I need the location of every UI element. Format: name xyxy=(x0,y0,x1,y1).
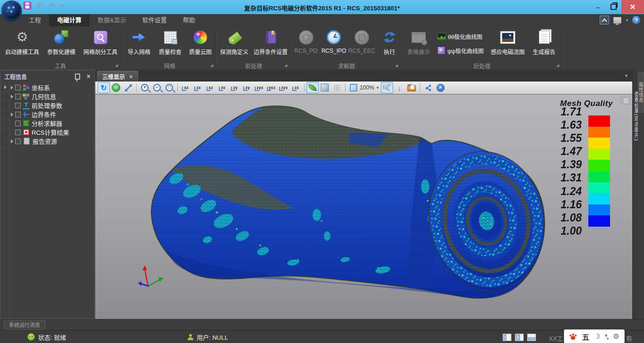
layout-left-panel-icon[interactable] xyxy=(503,334,512,341)
zoom-in-icon: + xyxy=(141,84,149,91)
results-collapsed-bar[interactable]: 查看结果(双击展开) xyxy=(632,71,638,319)
tree-item-coordinate-system[interactable]: 坐标系 xyxy=(10,83,93,92)
execute-button[interactable]: 执行 xyxy=(379,28,400,61)
induced-current-map-button[interactable]: 感应电磁流图 xyxy=(487,28,528,61)
drop-view-button[interactable]: ↓ xyxy=(393,82,405,93)
psi-polarization-curve-button[interactable]: ψψ极化曲线图 xyxy=(436,44,486,57)
zoom-out-button[interactable]: − xyxy=(151,82,163,93)
zoom-level-dropdown[interactable]: 100% ▾ xyxy=(347,84,381,91)
view-preset-button[interactable]: xz xyxy=(204,82,216,93)
display-style-dropdown-icon[interactable]: ▾ xyxy=(626,18,628,23)
mesh-partition-tool-button[interactable]: 网格剖分工具 xyxy=(81,28,120,61)
moon-icon[interactable]: ☽ xyxy=(594,333,600,340)
checkbox[interactable] xyxy=(15,85,21,90)
shaded-mode-button[interactable] xyxy=(306,82,319,93)
group-expander-icon[interactable]: ◢ xyxy=(395,63,398,67)
checkbox[interactable] xyxy=(15,103,21,108)
chevron-right-icon[interactable] xyxy=(11,86,13,90)
help-icon[interactable]: ? xyxy=(632,16,640,24)
minimize-button[interactable]: – xyxy=(590,0,606,14)
ime-mode-label[interactable]: 五 xyxy=(582,332,589,342)
zoom-in-button[interactable]: + xyxy=(139,82,151,93)
group-expander-icon[interactable]: ◢ xyxy=(210,63,213,67)
quick-access-dropdown-icon[interactable]: ▾ xyxy=(61,3,64,8)
checkbox[interactable] xyxy=(15,130,21,135)
tree-item-geometry-info[interactable]: 几何信息 xyxy=(10,92,93,101)
tree-item-boundary-conditions[interactable]: 边界条件 xyxy=(10,110,93,119)
tab-list-dropdown-icon[interactable]: ▼ xyxy=(624,74,628,78)
theta-polarization-curve-button[interactable]: θθ极化曲线图 xyxy=(436,30,484,42)
ime-toolbar[interactable]: 五 ☽ °, ⚙ xyxy=(564,329,625,343)
viewport-3d[interactable]: Mesh Quality 1.71 1.63 1.55 1.47 1.39 1.… xyxy=(95,94,632,319)
display-style-icon[interactable] xyxy=(613,17,621,24)
undo-icon[interactable]: ↶ xyxy=(37,2,43,9)
view-preset-button[interactable]: zx xyxy=(192,82,204,93)
system-messages-tab[interactable]: 系统运行消息 xyxy=(4,320,45,330)
launch-modeling-tool-button[interactable]: ⚙ 启动建模工具 xyxy=(3,28,41,61)
checkbox[interactable] xyxy=(15,139,21,144)
view-preset-button[interactable]: zyx xyxy=(278,82,290,93)
chevron-right-icon[interactable] xyxy=(11,113,13,116)
tree-item-report-resources[interactable]: 报告资源 xyxy=(10,137,93,146)
view-preset-button[interactable]: yxz xyxy=(265,82,278,93)
close-button[interactable]: ✕ xyxy=(621,0,644,14)
quality-cloudmap-button[interactable]: 质量云图 xyxy=(187,28,214,61)
rcs-ipo-button[interactable]: RCS_IPO xyxy=(321,28,347,61)
view-preset-button[interactable]: zx xyxy=(216,82,229,93)
parametric-modeling-button[interactable]: 参数化建模 xyxy=(43,28,79,61)
group-expander-icon[interactable]: ◢ xyxy=(115,63,118,67)
save-icon[interactable] xyxy=(24,2,31,9)
checkbox[interactable] xyxy=(15,94,21,99)
restore-button[interactable] xyxy=(606,0,621,14)
import-mesh-button[interactable]: 导入网格 xyxy=(124,28,154,61)
tree-item-analysis-solver[interactable]: 分析求解器 xyxy=(10,119,93,128)
tab-close-icon[interactable]: × xyxy=(129,73,133,80)
menu-tab-software-settings[interactable]: 软件设置 xyxy=(134,14,175,26)
ime-gear-icon[interactable]: ⚙ xyxy=(613,332,619,341)
tree-item-preprocess-params[interactable]: T 前处理参数 xyxy=(10,101,93,110)
pin-icon[interactable] xyxy=(75,74,80,80)
view-preset-button[interactable]: zy xyxy=(241,82,253,93)
checkbox[interactable] xyxy=(15,121,21,126)
boundary-condition-settings-button[interactable]: 边界条件设置 xyxy=(252,28,289,61)
pan-view-button[interactable] xyxy=(122,82,134,93)
viewport-corner-panel-icon[interactable] xyxy=(621,97,629,104)
app-logo[interactable] xyxy=(1,0,22,21)
menu-tab-help[interactable]: 帮助 xyxy=(175,14,203,26)
probe-angle-define-button[interactable]: 探测角定义 xyxy=(219,28,250,61)
view-preset-button[interactable]: zx xyxy=(290,82,302,93)
ime-punctuation-label[interactable]: °, xyxy=(605,333,608,340)
menu-tab-data-display[interactable]: 数据&显示 xyxy=(90,14,134,26)
chevron-right-icon[interactable] xyxy=(11,139,13,143)
layout-split-panel-icon[interactable] xyxy=(515,334,524,341)
ime-paw-icon[interactable] xyxy=(569,333,577,340)
wireframe-mode-button[interactable] xyxy=(331,82,343,93)
group-expander-icon[interactable]: ◢ xyxy=(284,63,287,67)
orbit-view-button[interactable]: ↺ xyxy=(110,82,122,93)
capture-folder-button[interactable] xyxy=(405,82,418,93)
close-icon[interactable]: × xyxy=(87,73,91,80)
chevron-right-icon[interactable] xyxy=(11,95,13,98)
zoom-fit-button[interactable]: □ xyxy=(163,82,175,93)
close-view-button[interactable]: × xyxy=(434,82,446,93)
group-expander-icon[interactable]: ◢ xyxy=(556,63,559,67)
view-preset-button[interactable]: xz xyxy=(180,82,192,93)
menu-tab-project[interactable]: 工程 xyxy=(21,14,49,26)
quality-check-button[interactable]: 质量检查 xyxy=(156,28,185,61)
menu-tab-em-computation[interactable]: 电磁计算 xyxy=(49,14,90,26)
rotate-view-button[interactable]: ↻ xyxy=(98,82,110,93)
chevron-right-icon[interactable] xyxy=(4,85,7,89)
pick-tool-button[interactable] xyxy=(381,82,393,93)
view-preset-button[interactable]: zyx xyxy=(253,82,265,93)
tab-3d-display[interactable]: 三维显示 × xyxy=(97,71,138,82)
share-view-button[interactable] xyxy=(422,82,434,93)
flat-mode-button[interactable] xyxy=(319,82,331,93)
collapse-ribbon-icon[interactable] xyxy=(600,16,609,24)
properties-collapsed-tab[interactable]: 属性信息 xyxy=(638,72,644,113)
tree-item-rcs-results[interactable]: RCS计算结果 xyxy=(10,128,93,137)
redo-icon[interactable]: ↷ xyxy=(50,2,56,9)
layout-bottom-panel-icon[interactable] xyxy=(527,334,536,341)
generate-report-button[interactable]: 生成报告 xyxy=(530,28,558,61)
checkbox[interactable] xyxy=(15,112,21,117)
view-preset-button[interactable]: zy xyxy=(229,82,241,93)
